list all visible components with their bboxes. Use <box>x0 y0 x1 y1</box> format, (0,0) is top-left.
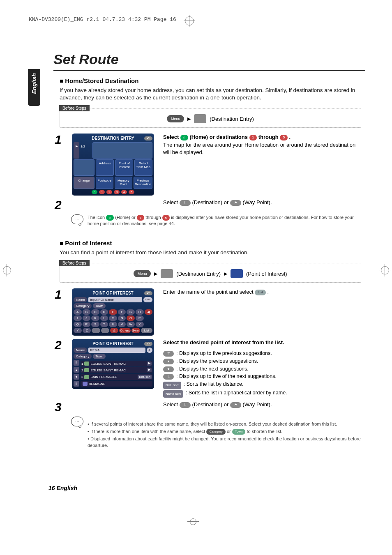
num-5-icon: 5 <box>129 190 134 194</box>
list-item: 2SAINT REMACLEDist. sort <box>81 374 152 380</box>
txt: : Sorts the list in alphabetical order b… <box>186 389 287 397</box>
txt: : Displays up to five of the next sugges… <box>176 373 277 380</box>
before-mid: (Destination Entry) <box>176 271 221 277</box>
list-item: ▼: Displays the next suggestions. <box>163 365 361 373</box>
txt: Select <box>163 134 180 140</box>
up-icon: ▲ <box>74 367 79 373</box>
home-chip-icon: ⌂ <box>106 215 114 221</box>
ss-cell: Memory Point <box>115 177 132 189</box>
txt: (Home) or destinations <box>189 134 249 140</box>
ss-map-thumb-icon <box>92 142 152 159</box>
ss-number-bar: ⌂ 1 2 3 4 5 <box>74 190 152 194</box>
txt: : Displays the previous suggestions. <box>176 357 258 365</box>
list-item: Dist. sort: Sorts the list by distance. <box>163 380 361 389</box>
poi-step-1-text: Enter the name of the point and select L… <box>163 288 361 296</box>
list-item: REMAGNE <box>81 381 152 387</box>
up-chip-icon: ▲ <box>163 359 174 364</box>
down-chip-icon: ▼ <box>163 366 174 372</box>
poi-step2-heading: Select the desired point of interest fro… <box>163 339 361 346</box>
town-label: Town <box>93 303 106 309</box>
before-end: (Point of Interest) <box>246 271 287 277</box>
txt: EGLISE SAINT REMAC <box>90 362 145 366</box>
ss-prev-icon: ▶ <box>74 142 79 159</box>
play-icon: ▶ <box>147 368 152 372</box>
home-intro: If you have already stored your home add… <box>60 87 361 101</box>
num-1-icon: 1 <box>99 190 105 194</box>
home-note-text: The icon ⌂ (Home) or 1 through 5 is disp… <box>88 214 361 227</box>
ss-cell: Address <box>96 159 114 176</box>
ss-title: DESTINATION ENTRY <box>91 135 135 141</box>
txt: SAINT REMACLE <box>90 375 136 379</box>
txt: . <box>267 289 269 295</box>
page-down-chip-icon: ⇊ <box>163 374 174 380</box>
step-1-text: Select ⌂ (Home) or destinations 1 throug… <box>163 134 361 156</box>
txt: Select <box>163 199 180 205</box>
page-footer: 16 English <box>48 485 77 491</box>
txt: through <box>145 215 162 220</box>
menu-button-chip: Menu <box>167 115 184 122</box>
num-5-chip-icon: 5 <box>162 215 170 221</box>
txt: The map for the area around your Home lo… <box>163 142 355 155</box>
list-item: Name sort: Sorts the list in alphabetica… <box>163 389 361 398</box>
poi-heading: Point of Interest <box>60 240 361 246</box>
name-field: Input POI Name <box>88 297 142 302</box>
poi-list-screenshot: POINT OF INTEREST ↶ Name REMA 4 Category… <box>72 339 154 389</box>
back-icon: ↶ <box>144 291 152 295</box>
txt: through <box>258 134 280 140</box>
txt: 1 <box>81 362 83 366</box>
txt: to shorten the list. <box>247 429 283 434</box>
txt: If there is more than one item with the … <box>90 429 206 434</box>
tip-item: Displayed information about each facilit… <box>88 436 361 449</box>
ss-title: POINT OF INTEREST <box>92 341 134 347</box>
list-item: ⇈: Displays up to five previous suggesti… <box>163 350 361 357</box>
count-field: 4 <box>147 348 152 353</box>
dist-sort-button: Dist. sort <box>138 375 152 379</box>
category-label: Category <box>74 303 92 309</box>
menu-button-chip: Menu <box>134 270 151 277</box>
num-1-chip-icon: 1 <box>249 135 257 140</box>
step-1-number: 1 <box>55 134 63 146</box>
page-down-icon: ⇊ <box>74 381 79 387</box>
ss-cell: Postcode <box>96 177 113 189</box>
town-chip-icon: Town <box>232 429 246 435</box>
waypoint-chip-icon: ⚑ <box>230 200 241 206</box>
title-rule <box>53 70 365 71</box>
poi-step-2-number: 2 <box>55 339 63 351</box>
down-icon: ▼ <box>74 374 79 380</box>
before-steps-box-1: Before Steps Menu ▶ (Destination Entry) <box>60 108 361 128</box>
ss-change-button: Change <box>74 177 95 189</box>
category-chip-icon: Category <box>206 429 225 435</box>
poi-tips: If several points of interest share the … <box>88 417 361 454</box>
destination-entry-screenshot: DESTINATION ENTRY ↶ ▶ 1/2 Address Point … <box>72 134 154 196</box>
list-item: ⇊: Displays up to five of the next sugge… <box>163 373 361 380</box>
poi-icon <box>231 269 243 278</box>
poi-cat-icon <box>83 382 88 386</box>
num-5-chip-icon: 5 <box>280 135 287 140</box>
crop-mark-left <box>2 265 12 276</box>
arrow-icon: ▶ <box>154 271 157 276</box>
list-chip-icon: List <box>255 290 265 295</box>
tip-icon: ⋯ <box>71 417 83 426</box>
before-steps-label-2: Before Steps <box>59 260 90 266</box>
arrow-icon: ▶ <box>187 116 191 122</box>
page-title: Set Route <box>53 51 119 67</box>
poi-intro: You can find a point of interest from th… <box>60 249 361 256</box>
ss-cell: Select from Map <box>134 159 152 176</box>
before-steps-label-1: Before Steps <box>59 105 90 111</box>
suggestion-nav-list: ⇈: Displays up to five previous suggesti… <box>163 350 361 398</box>
home-chip-icon: ⌂ <box>180 135 188 140</box>
arrow-icon: ▶ <box>224 271 227 276</box>
ss-title: POINT OF INTEREST <box>92 290 134 296</box>
num-1-chip-icon: 1 <box>137 215 144 221</box>
destination-entry-icon <box>161 269 173 278</box>
txt: (Home) or <box>115 215 137 220</box>
poi-step-3-text: Select ⚐ (Destination) or ⚑ (Way Point). <box>163 401 361 408</box>
name-label: Name <box>74 297 87 302</box>
poi-step-2-text: Select the desired point of interest fro… <box>163 339 361 398</box>
crop-mark-top <box>185 16 194 25</box>
print-crop-header: KNA-DV3200(E)_ENG r2.1 04.7.23 4:32 PM P… <box>29 16 176 23</box>
language-tab: English <box>28 69 40 106</box>
ss-pager: 1/2 <box>81 142 91 159</box>
poi-step-1-number: 1 <box>55 288 63 301</box>
back-icon: ↶ <box>144 136 152 140</box>
